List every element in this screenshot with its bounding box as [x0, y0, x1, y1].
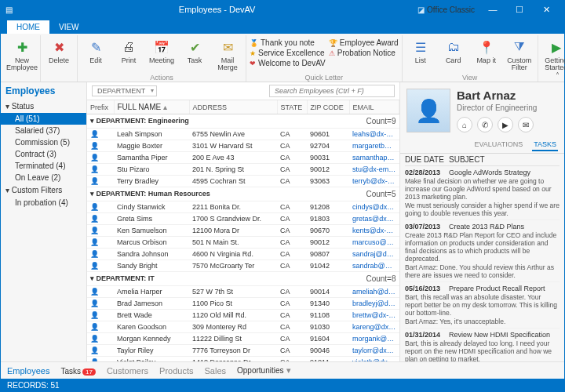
employee-photo: 👤: [406, 89, 450, 132]
table-row[interactable]: 👤Sandra Johnson4600 N Virginia Rd.CA9080…: [87, 249, 399, 260]
tab-home[interactable]: HOME: [7, 20, 49, 34]
task-item[interactable]: 02/28/2013Google AdWords StrategyMake fi…: [405, 166, 560, 220]
person-icon: 👤: [87, 298, 114, 310]
nav-tasks[interactable]: Tasks17: [60, 366, 95, 376]
ql-award[interactable]: 🏆Employee Award: [329, 38, 399, 47]
sidebar-item[interactable]: Commission (5): [1, 136, 86, 148]
person-icon: 👤: [87, 164, 114, 176]
sidebar-group-custom[interactable]: ▾ Custom Filters: [1, 183, 86, 197]
tasks-list[interactable]: DUE DATESUBJECT 02/28/2013Google AdWords…: [400, 154, 564, 361]
table-row[interactable]: 👤Greta Sims1700 S Grandview Dr.CA91803gr…: [87, 213, 399, 225]
group-caption-quick-letter: Quick Letter: [246, 74, 402, 82]
app-icon: ▤: [5, 5, 16, 14]
nav-products[interactable]: Products: [159, 366, 193, 376]
nav-employees[interactable]: Employees: [7, 366, 49, 376]
nav-footer: Employees Tasks17 Customers Products Sal…: [1, 361, 564, 379]
task-item[interactable]: 03/07/2013Create 2013 R&D PlansCreate 20…: [405, 220, 560, 282]
record-count: RECORDS: 51: [7, 381, 60, 390]
col-zip[interactable]: ZIP CODE: [307, 100, 349, 114]
department-dropdown[interactable]: DEPARTMENT: [92, 85, 157, 96]
sort-asc-icon: ▴: [163, 103, 167, 111]
sidebar-item[interactable]: Salaried (37): [1, 125, 86, 136]
person-icon: 👤: [87, 321, 114, 333]
search-input[interactable]: [269, 85, 395, 97]
delete-button[interactable]: ✖Delete: [44, 37, 74, 73]
nav-opportunities[interactable]: Opportunities ▾: [237, 365, 291, 376]
sidebar-item[interactable]: In probation (4): [1, 197, 86, 209]
group-row[interactable]: ▾ DEPARTMENT: Human ResourcesCount=5: [87, 187, 399, 201]
sidebar-group-status[interactable]: ▾ Status: [1, 100, 86, 113]
task-item[interactable]: 01/31/2014Review New HDMI SpecificationB…: [405, 328, 560, 361]
detail-tab-evaluations[interactable]: EVALUATIONS: [472, 139, 524, 151]
ribbon-tabs: HOME VIEW: [1, 18, 564, 34]
table-row[interactable]: 👤Morgan Kennedy11222 Dilling StCA91604mo…: [87, 333, 399, 345]
detail-tab-tasks[interactable]: TASKS: [532, 139, 558, 151]
print-button[interactable]: 🖨Print: [114, 37, 144, 73]
person-icon: 👤: [87, 249, 114, 260]
table-row[interactable]: 👤Brad Jameson1100 Pico StCA91340bradleyj…: [87, 298, 399, 310]
table-row[interactable]: 👤Samantha Piper200 E Ave 43CA90031samant…: [87, 152, 399, 164]
col-email[interactable]: EMAIL: [349, 100, 399, 114]
group-caption-view: View: [403, 74, 538, 82]
table-row[interactable]: 👤Stu Pizaro201 N. Spring StCA90012stu@dx…: [87, 164, 399, 176]
custom-filter-button[interactable]: ⧩Custom Filter: [505, 37, 534, 73]
thank-icon: 🏅: [250, 39, 258, 47]
map-it-button[interactable]: 📍Map it: [472, 37, 501, 73]
video-button[interactable]: ▶: [498, 117, 513, 132]
nav-customers[interactable]: Customers: [107, 366, 148, 376]
col-state[interactable]: STATE: [277, 100, 307, 114]
person-icon: 👤: [87, 310, 114, 321]
maximize-button[interactable]: ☐: [506, 5, 533, 15]
table-row[interactable]: 👤Ken Samuelson12100 Mora DrCA90670kents@…: [87, 225, 399, 237]
call-button[interactable]: ✆: [477, 117, 493, 132]
table-row[interactable]: 👤Terry Bradley4595 Cochran StCA93063terr…: [87, 176, 399, 187]
table-row[interactable]: 👤Taylor Riley7776 Torreyson DrCA90046tay…: [87, 345, 399, 357]
sidebar-item[interactable]: On Leave (2): [1, 172, 86, 183]
minimize-button[interactable]: —: [479, 5, 506, 14]
ql-welcome[interactable]: ❤Welcome to DevAV: [250, 59, 326, 67]
table-row[interactable]: 👤Karen Goodson309 Monterey RdCA91030kare…: [87, 321, 399, 333]
theme-picker[interactable]: ◪ Office Classic: [417, 5, 475, 14]
window-title: Employees - DevAV: [16, 5, 417, 14]
ql-probation[interactable]: ⚠Probation Notice: [329, 49, 399, 57]
mail-merge-button[interactable]: ✉Mail Merge: [213, 37, 242, 73]
person-icon: 👤: [87, 152, 114, 164]
table-row[interactable]: 👤Sandy Bright7570 McGroarty TerCA91042sa…: [87, 260, 399, 272]
col-prefix[interactable]: Prefix: [87, 100, 114, 114]
tab-view[interactable]: VIEW: [49, 20, 89, 34]
new-employee-button[interactable]: ✚New Employee: [7, 37, 37, 73]
person-icon: 👤: [87, 286, 114, 298]
group-caption-actions: Actions: [78, 74, 246, 82]
ql-service[interactable]: ★Service Excellence: [250, 49, 326, 57]
view-card-button[interactable]: 🗂Card: [439, 37, 468, 73]
col-address[interactable]: ADDRESS: [189, 100, 277, 114]
group-caption-find: Find: [538, 74, 565, 82]
view-list-button[interactable]: ☰List: [406, 37, 436, 73]
sidebar-item[interactable]: Terminated (4): [1, 160, 86, 172]
meeting-button[interactable]: 📅Meeting: [147, 37, 177, 73]
task-item[interactable]: 05/16/2013Prepare Product Recall ReportB…: [405, 282, 560, 328]
ribbon-collapse-icon[interactable]: ˄: [556, 71, 560, 80]
table-row[interactable]: 👤Cindy Stanwick2211 Bonita Dr.CA91208cin…: [87, 201, 399, 213]
sidebar-item[interactable]: Contract (3): [1, 148, 86, 160]
group-row[interactable]: ▾ DEPARTMENT: ITCount=8: [87, 272, 399, 286]
table-row[interactable]: 👤Maggie Boxter3101 W Harvard StCA92704ma…: [87, 140, 399, 152]
getting-started-button[interactable]: ▶Getting Started: [541, 37, 565, 73]
table-row[interactable]: 👤Marcus Orbison501 N Main St.CA90012marc…: [87, 237, 399, 249]
close-button[interactable]: ✕: [533, 5, 560, 15]
person-icon: 👤: [87, 345, 114, 357]
task-button[interactable]: ✔Task: [180, 37, 210, 73]
sidebar-item[interactable]: All (51): [1, 113, 86, 125]
col-fullname[interactable]: FULL NAME ▴: [114, 100, 189, 114]
table-row[interactable]: 👤Leah Simpson6755 Newlin AveCA90601leahs…: [87, 129, 399, 140]
edit-button[interactable]: ✎Edit: [81, 37, 111, 73]
table-row[interactable]: 👤Amelia Harper527 W 7th StCA90014ameliah…: [87, 286, 399, 298]
ql-thank-you[interactable]: 🏅Thank you note: [250, 38, 326, 47]
mail-button[interactable]: ✉: [518, 117, 534, 132]
table-row[interactable]: 👤Brett Wade1120 Old Mill Rd.CA91108brett…: [87, 310, 399, 321]
nav-sales[interactable]: Sales: [205, 366, 227, 376]
group-row[interactable]: ▾ DEPARTMENT: EngineeringCount=9: [87, 114, 399, 129]
grid-scroll[interactable]: Prefix FULL NAME ▴ ADDRESS STATE ZIP COD…: [87, 100, 399, 361]
home-phone-button[interactable]: ⌂: [457, 117, 472, 132]
person-icon: 👤: [87, 225, 114, 237]
